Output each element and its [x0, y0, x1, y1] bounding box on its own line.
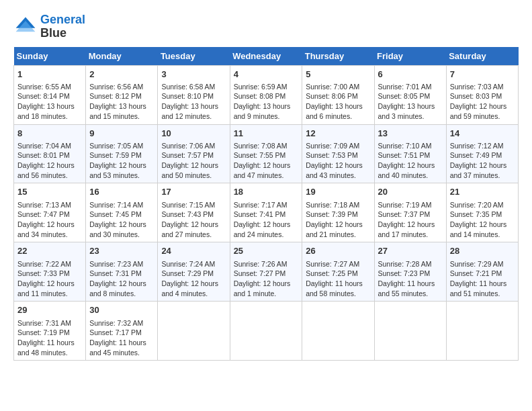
logo-icon: [13, 15, 38, 39]
daylight-text: Daylight: 11 hours and 55 minutes.: [378, 279, 435, 298]
sunset-text: Sunset: 7:21 PM: [450, 269, 502, 277]
sunrise-text: Sunrise: 7:13 AM: [17, 201, 71, 209]
day-number: 9: [89, 128, 154, 140]
calendar-week-row: 29Sunrise: 7:31 AMSunset: 7:19 PMDayligh…: [14, 302, 519, 361]
sunrise-text: Sunrise: 6:58 AM: [161, 83, 215, 91]
calendar-cell: 8Sunrise: 7:04 AMSunset: 8:01 PMDaylight…: [14, 124, 86, 183]
day-number: 25: [234, 245, 299, 257]
day-number: 3: [161, 68, 226, 81]
daylight-text: Daylight: 12 hours and 56 minutes.: [17, 161, 75, 179]
daylight-text: Daylight: 12 hours and 11 minutes.: [17, 279, 75, 298]
weekday-header-monday: Monday: [86, 47, 158, 66]
calendar-cell: [158, 302, 230, 361]
daylight-text: Daylight: 12 hours and 27 minutes.: [161, 220, 218, 238]
calendar-cell: 4Sunrise: 6:59 AMSunset: 8:08 PMDaylight…: [230, 65, 302, 124]
calendar-cell: 22Sunrise: 7:22 AMSunset: 7:33 PMDayligh…: [14, 242, 86, 302]
sunset-text: Sunset: 8:12 PM: [89, 92, 142, 100]
weekday-header-sunday: Sunday: [14, 47, 86, 66]
calendar-week-row: 15Sunrise: 7:13 AMSunset: 7:47 PMDayligh…: [14, 183, 519, 242]
day-number: 8: [17, 128, 82, 140]
calendar-cell: 26Sunrise: 7:27 AMSunset: 7:25 PMDayligh…: [302, 242, 374, 302]
daylight-text: Daylight: 11 hours and 58 minutes.: [306, 279, 363, 298]
day-number: 22: [17, 245, 82, 257]
sunrise-text: Sunrise: 7:00 AM: [306, 83, 359, 91]
day-number: 26: [306, 245, 370, 257]
day-number: 4: [234, 68, 299, 81]
sunset-text: Sunset: 7:51 PM: [378, 151, 431, 159]
calendar-cell: 20Sunrise: 7:19 AMSunset: 7:37 PMDayligh…: [374, 183, 446, 242]
day-number: 6: [378, 68, 443, 81]
sunrise-text: Sunrise: 7:05 AM: [89, 142, 143, 150]
sunrise-text: Sunrise: 7:04 AM: [17, 142, 71, 150]
daylight-text: Daylight: 12 hours and 43 minutes.: [306, 161, 363, 179]
daylight-text: Daylight: 12 hours and 53 minutes.: [89, 161, 146, 179]
calendar-cell: 5Sunrise: 7:00 AMSunset: 8:06 PMDaylight…: [302, 65, 374, 124]
sunset-text: Sunset: 8:14 PM: [17, 92, 70, 100]
sunrise-text: Sunrise: 7:27 AM: [306, 260, 359, 268]
calendar-cell: [302, 302, 374, 361]
sunset-text: Sunset: 7:47 PM: [17, 210, 70, 218]
day-number: 18: [234, 186, 299, 198]
weekday-header-row: SundayMondayTuesdayWednesdayThursdayFrid…: [14, 47, 519, 66]
sunset-text: Sunset: 7:25 PM: [306, 269, 358, 277]
daylight-text: Daylight: 13 hours and 9 minutes.: [234, 102, 291, 120]
sunset-text: Sunset: 7:29 PM: [161, 269, 214, 277]
calendar-week-row: 8Sunrise: 7:04 AMSunset: 8:01 PMDaylight…: [14, 124, 519, 183]
calendar-cell: 30Sunrise: 7:32 AMSunset: 7:17 PMDayligh…: [86, 302, 158, 361]
sunrise-text: Sunrise: 7:32 AM: [89, 319, 143, 327]
day-number: 12: [306, 128, 370, 140]
sunset-text: Sunset: 7:19 PM: [17, 328, 70, 336]
calendar-cell: 29Sunrise: 7:31 AMSunset: 7:19 PMDayligh…: [14, 302, 86, 361]
calendar-cell: [374, 302, 446, 361]
daylight-text: Daylight: 12 hours and 50 minutes.: [161, 161, 218, 179]
daylight-text: Daylight: 13 hours and 6 minutes.: [306, 102, 363, 120]
sunset-text: Sunset: 7:31 PM: [89, 269, 142, 277]
day-number: 20: [378, 186, 443, 198]
day-number: 19: [306, 186, 370, 198]
calendar-cell: 13Sunrise: 7:10 AMSunset: 7:51 PMDayligh…: [374, 124, 446, 183]
sunset-text: Sunset: 7:43 PM: [161, 210, 214, 218]
calendar-cell: 16Sunrise: 7:14 AMSunset: 7:45 PMDayligh…: [86, 183, 158, 242]
day-number: 16: [89, 186, 154, 198]
sunrise-text: Sunrise: 7:17 AM: [234, 201, 287, 209]
daylight-text: Daylight: 12 hours and 47 minutes.: [234, 161, 291, 179]
weekday-header-friday: Friday: [374, 47, 446, 66]
sunset-text: Sunset: 7:49 PM: [450, 151, 502, 159]
logo-text: General Blue: [40, 13, 85, 40]
sunrise-text: Sunrise: 7:28 AM: [378, 260, 432, 268]
day-number: 11: [234, 128, 299, 140]
sunset-text: Sunset: 7:59 PM: [89, 151, 142, 159]
day-number: 23: [89, 245, 154, 257]
weekday-header-tuesday: Tuesday: [158, 47, 230, 66]
daylight-text: Daylight: 12 hours and 14 minutes.: [450, 220, 507, 238]
sunrise-text: Sunrise: 7:20 AM: [450, 201, 504, 209]
day-number: 28: [450, 245, 515, 257]
day-number: 30: [89, 304, 154, 316]
calendar-cell: 7Sunrise: 7:03 AMSunset: 8:03 PMDaylight…: [446, 65, 518, 124]
sunrise-text: Sunrise: 7:10 AM: [378, 142, 432, 150]
daylight-text: Daylight: 12 hours and 4 minutes.: [161, 279, 218, 298]
sunset-text: Sunset: 8:06 PM: [306, 92, 358, 100]
calendar-cell: 28Sunrise: 7:29 AMSunset: 7:21 PMDayligh…: [446, 242, 518, 302]
calendar-cell: 17Sunrise: 7:15 AMSunset: 7:43 PMDayligh…: [158, 183, 230, 242]
day-number: 15: [17, 186, 82, 198]
sunrise-text: Sunrise: 7:01 AM: [378, 83, 432, 91]
day-number: 10: [161, 128, 226, 140]
daylight-text: Daylight: 12 hours and 1 minute.: [234, 279, 291, 298]
calendar-week-row: 22Sunrise: 7:22 AMSunset: 7:33 PMDayligh…: [14, 242, 519, 302]
daylight-text: Daylight: 12 hours and 30 minutes.: [89, 220, 146, 238]
page-header: General Blue: [13, 13, 519, 40]
calendar-cell: 27Sunrise: 7:28 AMSunset: 7:23 PMDayligh…: [374, 242, 446, 302]
sunset-text: Sunset: 7:41 PM: [234, 210, 286, 218]
sunrise-text: Sunrise: 7:18 AM: [306, 201, 359, 209]
weekday-header-saturday: Saturday: [446, 47, 518, 66]
sunset-text: Sunset: 7:57 PM: [161, 151, 214, 159]
calendar-week-row: 1Sunrise: 6:55 AMSunset: 8:14 PMDaylight…: [14, 65, 519, 124]
day-number: 29: [17, 304, 82, 316]
daylight-text: Daylight: 12 hours and 34 minutes.: [17, 220, 75, 238]
daylight-text: Daylight: 11 hours and 48 minutes.: [17, 338, 75, 357]
calendar-table: SundayMondayTuesdayWednesdayThursdayFrid…: [13, 47, 519, 361]
sunrise-text: Sunrise: 6:59 AM: [234, 83, 287, 91]
calendar-cell: 23Sunrise: 7:23 AMSunset: 7:31 PMDayligh…: [86, 242, 158, 302]
sunrise-text: Sunrise: 7:29 AM: [450, 260, 504, 268]
